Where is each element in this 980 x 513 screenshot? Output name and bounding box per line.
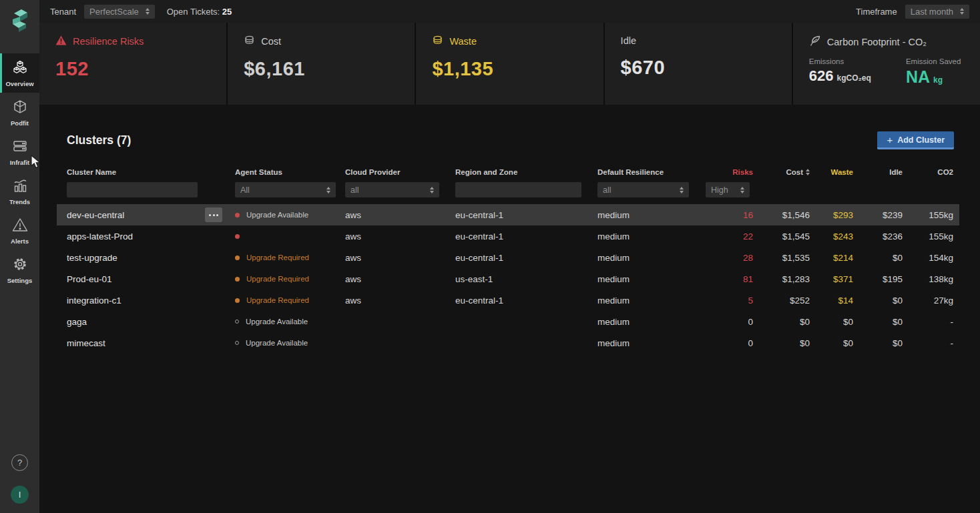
sidebar-item-trends[interactable]: Trends	[0, 171, 39, 211]
co2-cell: 154kg	[903, 253, 959, 263]
sidebar-item-overview[interactable]: Overview	[0, 53, 39, 93]
agent-status-cell: Upgrade Required	[235, 253, 345, 262]
idle-cell: $236	[853, 231, 903, 241]
cluster-name-cell: integration-c1	[67, 296, 235, 306]
co2-cell: 155kg	[903, 231, 959, 241]
cloud-provider-filter-value: all	[350, 185, 359, 195]
waste-cell: $14	[810, 296, 853, 306]
agent-status-cell: Upgrade Available	[235, 339, 345, 347]
agent-status-dot	[235, 255, 240, 260]
waste-cell: $293	[810, 210, 853, 220]
perfectscale-logo-icon	[0, 0, 39, 41]
warning-icon	[11, 217, 29, 235]
warning-triangle-icon	[55, 35, 67, 47]
select-arrows-icon	[146, 8, 150, 15]
cluster-name-filter-input[interactable]	[67, 182, 198, 197]
table-row[interactable]: test-upgradeUpgrade Requiredawseu-centra…	[57, 247, 959, 268]
sidebar-item-infrafit[interactable]: Infrafit	[0, 132, 39, 171]
risks-cell: 5	[706, 296, 753, 306]
col-header-risks: Risks	[706, 168, 753, 176]
select-arrows-icon	[680, 187, 684, 193]
risks-filter-select[interactable]: High	[706, 182, 750, 197]
add-cluster-button[interactable]: + Add Cluster	[877, 131, 954, 149]
table-row[interactable]: Prod-eu-01Upgrade Requiredawsus-east-1me…	[57, 268, 959, 290]
cost-card: Cost $6,161	[228, 23, 415, 105]
idle-value: $670	[621, 57, 776, 79]
cloud-provider-filter-select[interactable]: all	[345, 182, 439, 197]
coins-icon	[432, 35, 443, 47]
col-header-cost-sort[interactable]: Cost	[753, 168, 810, 176]
cluster-name: test-upgrade	[67, 253, 117, 263]
agent-status-filter-select[interactable]: All	[235, 182, 336, 197]
select-arrows-icon	[430, 187, 434, 193]
sidebar-item-podfit[interactable]: Podfit	[0, 93, 39, 132]
timeframe-label: Timeframe	[856, 7, 897, 17]
timeframe-select[interactable]: Last month	[905, 5, 969, 19]
co2-cell: -	[903, 317, 959, 327]
waste-cell: $0	[810, 338, 853, 348]
table-row[interactable]: gagaUpgrade Availablemedium0$0$0$0-	[57, 311, 959, 332]
default-resilience-cell: medium	[597, 296, 706, 306]
sidebar-item-label: Alerts	[11, 237, 29, 245]
agent-status-cell: Upgrade Required	[235, 275, 345, 283]
risks-filter-value: High	[711, 185, 728, 195]
sidebar-item-settings[interactable]: Settings	[0, 250, 39, 290]
cost-label: Cost	[261, 36, 281, 47]
timeframe-group: Timeframe Last month	[856, 5, 969, 19]
user-avatar[interactable]: I	[11, 486, 29, 504]
cluster-name-cell: dev-eu-central	[67, 207, 235, 222]
sidebar-item-alerts[interactable]: Alerts	[0, 211, 39, 250]
tenant-select[interactable]: PerfectScale	[84, 5, 155, 19]
cloud-provider-cell: aws	[345, 274, 455, 284]
gear-icon	[12, 256, 28, 275]
open-tickets-value: 25	[222, 7, 232, 17]
emission-saved-value: NA	[906, 67, 930, 87]
table-row[interactable]: mimecastUpgrade Availablemedium0$0$0$0-	[57, 332, 959, 354]
region-zone-filter-input[interactable]	[455, 182, 581, 197]
emission-saved-stat: Emission Saved NA kg	[906, 57, 961, 87]
col-header-cost-label: Cost	[786, 168, 803, 176]
tenant-select-value: PerfectScale	[89, 7, 139, 17]
cluster-name-cell: gaga	[67, 317, 235, 327]
agent-status-label: Upgrade Available	[246, 339, 308, 347]
agent-status-label: Upgrade Required	[246, 275, 309, 283]
emissions-label: Emissions	[809, 57, 871, 65]
sidebar-item-label: Infrafit	[10, 159, 30, 166]
leaf-icon	[809, 35, 821, 49]
risks-cell: 28	[706, 253, 753, 263]
agent-status-dot	[235, 298, 240, 303]
carbon-footprint-card: Carbon Footprint - CO₂ Emissions 626 kgC…	[793, 23, 980, 105]
col-header-idle: Idle	[853, 168, 903, 176]
row-menu-button[interactable]	[205, 207, 222, 222]
waste-cell: $0	[810, 317, 853, 327]
col-header-region-zone: Region and Zone	[455, 168, 597, 176]
agent-status-dot	[235, 320, 239, 324]
idle-cell: $0	[853, 317, 903, 327]
cloud-provider-cell: aws	[345, 210, 455, 220]
cost-cell: $0	[753, 338, 810, 348]
table-row[interactable]: apps-latest-Prodawseu-central-1medium22$…	[57, 225, 959, 247]
default-resilience-cell: medium	[597, 338, 706, 348]
emissions-stat: Emissions 626 kgCO₂eq	[809, 57, 871, 87]
cluster-name: mimecast	[67, 338, 105, 348]
cube-icon	[12, 99, 28, 117]
cloud-provider-cell: aws	[345, 231, 455, 241]
co2-cell: 155kg	[903, 210, 959, 220]
col-header-cluster-name: Cluster Name	[67, 168, 235, 176]
waste-cell: $243	[810, 231, 853, 241]
sidebar-item-label: Podfit	[11, 119, 29, 127]
resilience-risks-card: Resilience Risks 152	[39, 23, 226, 105]
clusters-table: Cluster Name Agent Status Cloud Provider…	[57, 168, 959, 354]
table-row[interactable]: dev-eu-centralUpgrade Availableawseu-cen…	[57, 204, 959, 225]
idle-cell: $0	[853, 296, 903, 306]
table-row[interactable]: integration-c1Upgrade Requiredawseu-cent…	[57, 290, 959, 311]
select-arrows-icon	[740, 187, 744, 193]
cloud-provider-cell: aws	[345, 296, 455, 306]
agent-status-dot	[235, 234, 240, 239]
agent-status-filter-value: All	[240, 185, 250, 195]
help-button[interactable]: ?	[11, 454, 28, 471]
select-arrows-icon	[326, 187, 330, 193]
default-resilience-filter-select[interactable]: all	[597, 182, 689, 197]
cost-cell: $1,535	[753, 253, 810, 263]
agent-status-dot	[235, 341, 239, 345]
